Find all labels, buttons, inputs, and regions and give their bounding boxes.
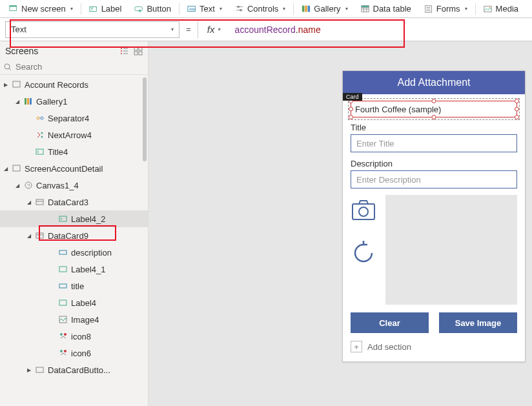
tree-node-label4-1[interactable]: Label4_1: [0, 261, 148, 278]
plus-icon: +: [351, 341, 362, 352]
clear-button-label: Clear: [379, 318, 400, 328]
search-input[interactable]: [15, 62, 144, 72]
resize-handle[interactable]: [432, 115, 436, 119]
svg-rect-49: [36, 149, 43, 154]
caret-icon: ◢: [26, 233, 32, 239]
tree-node-icon8[interactable]: icon8: [0, 328, 148, 345]
tree-node-gallery1[interactable]: ◢ Gallery1: [0, 93, 148, 110]
button-icon: [134, 5, 143, 14]
screens-panel-header: Screens: [0, 41, 148, 61]
label-icon: [59, 298, 68, 307]
card-tag: Card: [343, 93, 362, 101]
clear-button[interactable]: Clear: [351, 312, 429, 333]
forms-button[interactable]: Forms ▾: [418, 0, 474, 17]
resize-handle[interactable]: [515, 107, 519, 112]
separator-icon: [36, 114, 45, 123]
controls-button[interactable]: Controls ▾: [229, 0, 292, 17]
media-row: [351, 195, 517, 305]
chevron-down-icon: ▾: [465, 6, 467, 12]
caret-icon: ◢: [14, 99, 21, 105]
formula-input[interactable]: accountRecord.name: [230, 21, 527, 38]
tree-node-account-records[interactable]: ▶ Account Records: [0, 76, 148, 93]
insert-toolbar: New screen ▾ Label Button Abc Text ▾ Con…: [0, 0, 532, 18]
media-button[interactable]: Media: [477, 0, 525, 17]
datatable-icon: [361, 5, 370, 14]
textinput-icon: [59, 248, 68, 257]
tree-node-separator4[interactable]: Separator4: [0, 110, 148, 127]
text-button[interactable]: Abc Text ▾: [181, 0, 229, 17]
media-icon: [484, 5, 493, 14]
tree-node-datacardbutton[interactable]: ▶ DataCardButto...: [0, 361, 148, 378]
description-field-label: Description: [351, 159, 517, 168]
image-placeholder[interactable]: [385, 195, 517, 305]
tree-node-title[interactable]: title: [0, 278, 148, 294]
resize-handle[interactable]: [432, 99, 436, 103]
svg-rect-5: [135, 6, 142, 10]
title-input[interactable]: Enter Title: [351, 134, 517, 152]
tree-node-icon6[interactable]: icon6: [0, 345, 148, 361]
svg-point-44: [37, 117, 39, 119]
label-icon: [59, 265, 68, 274]
svg-rect-21: [361, 5, 368, 7]
tree-node-datacard3[interactable]: ◢ DataCard3: [0, 194, 148, 210]
tree-node-title4[interactable]: Title4: [0, 143, 148, 160]
tree-label: Label4_1: [71, 265, 106, 274]
tree-label: Account Records: [25, 80, 88, 90]
svg-point-45: [41, 117, 43, 119]
button-label: Button: [147, 4, 171, 14]
scrollbar[interactable]: [143, 77, 147, 161]
selected-label-control[interactable]: Fourth Coffee (sample): [351, 101, 517, 117]
forms-icon: [424, 5, 433, 14]
svg-point-66: [60, 333, 63, 336]
svg-rect-34: [134, 47, 138, 50]
tree-node-nextarrow4[interactable]: NextArrow4: [0, 127, 148, 143]
button-button[interactable]: Button: [128, 0, 178, 17]
search-icon: [4, 63, 12, 71]
controls-icon: [235, 5, 244, 14]
media-buttons: [351, 195, 376, 305]
svg-rect-35: [139, 47, 142, 50]
chevron-down-icon: ▾: [283, 6, 285, 12]
tree-label: description: [71, 248, 112, 258]
text-icon: Abc: [187, 5, 196, 14]
label-icon: [59, 214, 68, 223]
screens-search[interactable]: [0, 61, 148, 75]
reload-icon[interactable]: [351, 240, 376, 266]
resize-handle[interactable]: [349, 107, 353, 112]
tree-node-screenaccountdetail[interactable]: ◢ ScreenAccountDetail: [0, 160, 148, 177]
resize-handle[interactable]: [515, 115, 519, 119]
tree-node-label4-2[interactable]: Label4_2: [0, 210, 148, 227]
tree-label: ScreenAccountDetail: [25, 164, 103, 174]
design-canvas[interactable]: Card Add Attachment Fourth Coffee (sampl…: [148, 41, 532, 406]
resize-handle[interactable]: [515, 99, 519, 103]
svg-rect-42: [27, 98, 29, 105]
datatable-button[interactable]: Data table: [354, 0, 418, 17]
add-section-button[interactable]: + Add section: [351, 341, 517, 352]
button-row: Clear Save Image: [351, 312, 517, 333]
tree-node-label4[interactable]: Label4: [0, 294, 148, 311]
chevron-down-icon: ▾: [345, 6, 348, 12]
resize-handle[interactable]: [349, 115, 353, 119]
svg-rect-40: [13, 81, 20, 87]
tree-node-datacard9[interactable]: ◢ DataCard9: [0, 227, 148, 244]
svg-rect-70: [36, 367, 43, 372]
tree-node-image4[interactable]: Image4: [0, 311, 148, 328]
label-button[interactable]: Label: [83, 0, 128, 17]
list-view-icon[interactable]: [119, 46, 128, 56]
camera-icon[interactable]: [351, 199, 376, 222]
svg-point-12: [240, 9, 242, 12]
property-selector[interactable]: Text ▾: [5, 21, 179, 38]
save-image-button[interactable]: Save Image: [439, 312, 517, 333]
controls-label: Controls: [247, 4, 278, 14]
fx-button[interactable]: fx ▾: [198, 21, 230, 38]
title-placeholder: Enter Title: [356, 139, 394, 148]
formula-bar: Text ▾ = fx ▾ accountRecord.name: [0, 18, 532, 41]
main-area: Screens ▶ Account Records ◢ Gallery1: [0, 41, 532, 406]
grid-view-icon[interactable]: [134, 46, 143, 56]
gallery-button[interactable]: Gallery ▾: [295, 0, 354, 17]
new-screen-button[interactable]: New screen ▾: [3, 0, 79, 17]
tree-node-description[interactable]: description: [0, 244, 148, 261]
tree-node-canvas1-4[interactable]: ◢ ? Canvas1_4: [0, 177, 148, 194]
svg-rect-41: [25, 98, 26, 105]
description-input[interactable]: Enter Description: [351, 170, 517, 188]
